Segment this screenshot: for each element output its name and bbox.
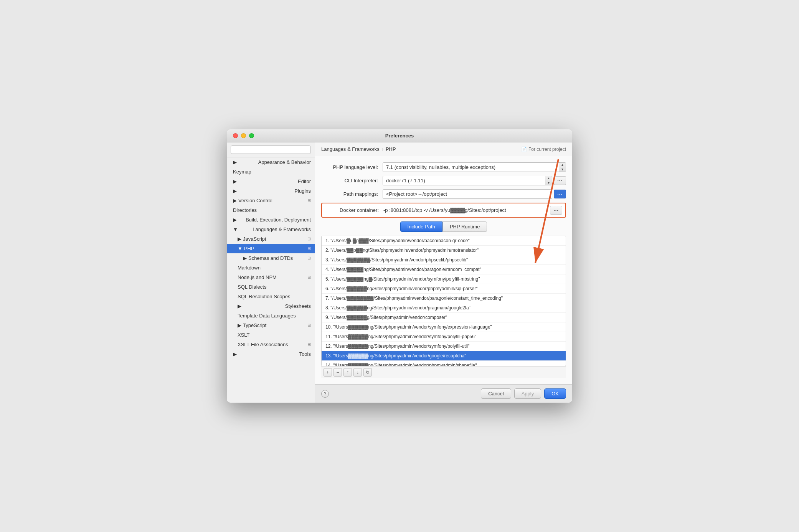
tab-include-path[interactable]: Include Path [400, 221, 442, 232]
remove-path-button[interactable]: − [333, 368, 342, 377]
search-input[interactable] [231, 145, 311, 154]
plugins-arrow: ▶ [233, 188, 237, 194]
sidebar: ⌕ ▶ Appearance & Behavior Keymap ▶ Edito… [227, 142, 315, 403]
sidebar-item-plugins[interactable]: ▶ Plugins [227, 186, 315, 196]
sidebar-item-version-control[interactable]: ▶ Version Control ⊞ [227, 196, 315, 205]
path-item-7[interactable]: 7. "/Users/▓▓▓▓▓▓▓▓/Sites/phpmyadmin/ven… [322, 294, 566, 303]
help-button[interactable]: ? [321, 390, 329, 398]
js-sync-icon: ⊞ [307, 236, 311, 241]
path-item-11[interactable]: 11. "/Users▓▓▓▓▓▓ng/Sites/phpmyadmin/ven… [322, 332, 566, 342]
tab-php-runtime[interactable]: PHP Runtime [442, 221, 487, 232]
cli-interpreter-field[interactable]: docker71 (7.1.11) ▲ ▼ [383, 176, 552, 185]
sidebar-item-schemas[interactable]: ▶ Schemas and DTDs ⊞ [227, 253, 315, 263]
sidebar-item-js-label: JavaScript [243, 236, 306, 242]
breadcrumb: Languages & Frameworks › PHP 📄 For curre… [315, 142, 572, 156]
vc-arrow: ▶ [233, 198, 237, 203]
move-up-button[interactable]: ↑ [343, 368, 352, 377]
path-item-14[interactable]: 14. "/Users▓▓▓▓▓▓ng/Sites/phpmyadmin/ven… [322, 361, 566, 366]
docker-dots-button[interactable]: ··· [550, 206, 562, 215]
breadcrumb-current: PHP [386, 146, 396, 152]
cancel-button[interactable]: Cancel [481, 388, 511, 399]
window-title: Preferences [385, 133, 414, 139]
stepper-down[interactable]: ▼ [559, 167, 566, 172]
cli-dots-button[interactable]: ··· [554, 176, 566, 185]
main-panel: Languages & Frameworks › PHP 📄 For curre… [315, 142, 572, 403]
path-item-4[interactable]: 4. "/Users/▓▓▓▓▓ng/Sites/phpmyadmin/vend… [322, 265, 566, 274]
sidebar-item-php[interactable]: ▼ PHP ⊞ [227, 244, 315, 253]
tabs-row: Include Path PHP Runtime [321, 221, 566, 232]
sidebar-item-editor[interactable]: ▶ Editor [227, 177, 315, 186]
sidebar-item-directories-label: Directories [233, 207, 257, 213]
sidebar-item-schemas-label: Schemas and DTDs [248, 255, 306, 261]
editor-arrow: ▶ [233, 178, 237, 184]
add-path-button[interactable]: + [324, 368, 332, 377]
sidebar-item-tools[interactable]: ▶ Tools [227, 349, 315, 359]
sidebar-item-sql-resolution[interactable]: SQL Resolution Scopes [227, 292, 315, 301]
sidebar-item-sql-label: SQL Dialects [238, 284, 266, 290]
sidebar-item-xslt-label: XSLT [238, 332, 250, 338]
apply-button[interactable]: Apply [514, 388, 541, 399]
sidebar-item-nodejs-label: Node.js and NPM [238, 274, 306, 280]
sidebar-item-stylesheets-label: Stylesheets [285, 303, 311, 309]
sidebar-item-markdown[interactable]: Markdown [227, 263, 315, 273]
path-mappings-label: Path mappings: [321, 191, 383, 197]
project-icon: 📄 [521, 147, 527, 152]
path-mappings-field[interactable] [383, 189, 552, 199]
stepper-up[interactable]: ▲ [559, 163, 566, 167]
sidebar-item-template-data[interactable]: Template Data Languages [227, 311, 315, 321]
cli-stepper-down[interactable]: ▼ [545, 181, 552, 185]
path-item-8[interactable]: 8. "/Users/▓▓▓▓▓▓ng/Sites/phpmyadmin/ven… [322, 303, 566, 313]
path-item-2[interactable]: 2. "/Users/▓▓p▓▓ng/Sites/phpmyadmin/vend… [322, 246, 566, 255]
language-level-stepper[interactable]: ▲ ▼ [559, 163, 566, 172]
sidebar-item-php-label: PHP [244, 246, 306, 251]
maximize-button[interactable] [249, 133, 254, 138]
docker-container-label: Docker container: [325, 207, 383, 213]
sidebar-item-xslt[interactable]: XSLT [227, 330, 315, 340]
sidebar-item-xslt-file[interactable]: XSLT File Associations ⊞ [227, 340, 315, 349]
path-item-12[interactable]: 12. "/Users▓▓▓▓▓▓ng/Sites/phpmyadmin/ven… [322, 342, 566, 351]
language-level-field[interactable]: 7.1 (const visibility, nullables, multip… [383, 162, 566, 172]
cli-stepper[interactable]: ▲ ▼ [545, 176, 552, 185]
path-item-9[interactable]: 9. "/Users/▓▓▓▓▓▓g/Sites/phpmyadmin/vend… [322, 313, 566, 322]
move-down-button[interactable]: ↓ [353, 368, 362, 377]
sidebar-item-build[interactable]: ▶ Build, Execution, Deployment [227, 215, 315, 225]
path-mappings-input-wrap: ··· [383, 189, 566, 199]
sidebar-item-sql-dialects[interactable]: SQL Dialects [227, 282, 315, 292]
cli-stepper-up[interactable]: ▲ [545, 176, 552, 181]
bottom-bar: ? Cancel Apply OK [315, 384, 572, 403]
cli-interpreter-input-wrap: docker71 (7.1.11) ▲ ▼ ··· [383, 176, 566, 185]
main-content-area: ⌕ ▶ Appearance & Behavior Keymap ▶ Edito… [227, 142, 572, 403]
php-sync-icon: ⊞ [307, 246, 311, 251]
path-item-1[interactable]: 1. "/Users/▓u▓p▓▓▓/Sites/phpmyadmin/vend… [322, 236, 566, 246]
appearance-arrow: ▶ [233, 159, 237, 165]
sidebar-item-javascript[interactable]: ▶ JavaScript ⊞ [227, 234, 315, 244]
cli-interpreter-row: CLI Interpreter: docker71 (7.1.11) ▲ ▼ ·… [321, 176, 566, 185]
sidebar-item-directories[interactable]: Directories [227, 205, 315, 215]
path-item-3[interactable]: 3. "/Users/▓▓▓▓▓▓▓/Sites/phpmyadmin/vend… [322, 255, 566, 265]
path-item-10[interactable]: 10. "/Users▓▓▓▓▓▓ng/Sites/phpmyadmin/ven… [322, 322, 566, 332]
sidebar-item-appearance[interactable]: ▶ Appearance & Behavior [227, 157, 315, 167]
cli-interpreter-value: docker71 (7.1.11) [383, 176, 545, 185]
sidebar-item-appearance-label: Appearance & Behavior [258, 159, 311, 165]
path-mappings-row: Path mappings: ··· [321, 189, 566, 199]
path-item-6[interactable]: 6. "/Users/▓▓▓▓▓▓ng/Sites/phpmyadmin/ven… [322, 284, 566, 294]
path-item-5[interactable]: 5. "/Users/▓▓▓▓▓ng▓/Sites/phpmyadmin/ven… [322, 274, 566, 284]
sidebar-item-typescript[interactable]: ▶ TypeScript ⊞ [227, 321, 315, 330]
minimize-button[interactable] [241, 133, 246, 138]
sidebar-item-nodejs[interactable]: Node.js and NPM ⊞ [227, 273, 315, 282]
sidebar-item-keymap[interactable]: Keymap [227, 167, 315, 177]
language-level-label: PHP language level: [321, 164, 383, 170]
sidebar-item-languages-label: Languages & Frameworks [253, 226, 311, 232]
sidebar-item-build-label: Build, Execution, Deployment [246, 217, 311, 223]
path-mappings-dots-button[interactable]: ··· [554, 190, 566, 198]
preferences-window: Preferences ⌕ ▶ Appearance & Behavior Ke… [227, 129, 572, 403]
search-wrapper: ⌕ [231, 145, 311, 154]
sidebar-item-xslt-file-label: XSLT File Associations [238, 342, 306, 347]
sidebar-item-stylesheets[interactable]: ▶ Stylesheets [227, 301, 315, 311]
ok-button[interactable]: OK [544, 388, 566, 399]
sidebar-item-languages[interactable]: ▼ Languages & Frameworks [227, 225, 315, 234]
reload-button[interactable]: ↻ [363, 368, 372, 377]
path-item-13[interactable]: 13. "/Users▓▓▓▓▓▓ng/Sites/phpmyadmin/ven… [322, 351, 566, 361]
close-button[interactable] [233, 133, 238, 138]
languages-arrow: ▼ [233, 226, 238, 232]
